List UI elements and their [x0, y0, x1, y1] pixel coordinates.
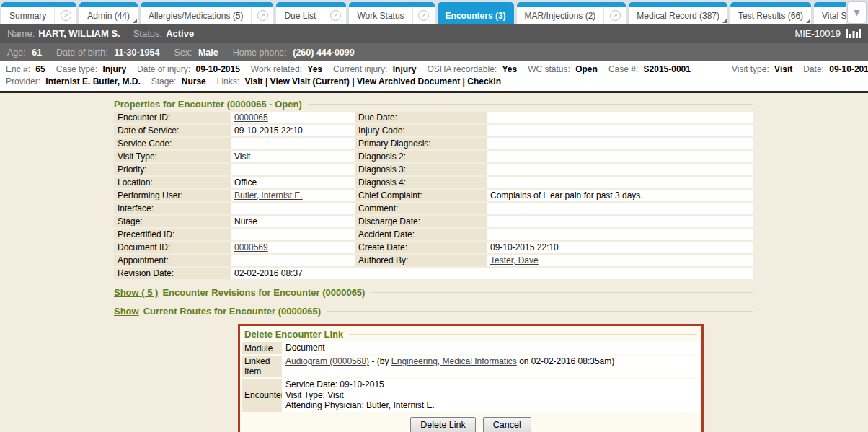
section-title: Encounter Revisions for Encounter (00000… — [162, 287, 365, 298]
field-label: Work related: — [251, 64, 304, 74]
field-label: Date: — [803, 64, 826, 74]
popout-icon-button[interactable]: ↗ — [251, 7, 273, 24]
property-label: Priority: — [114, 164, 231, 175]
chart-id: MIE-10019 — [794, 28, 841, 39]
property-value-link[interactable]: 0000065 — [234, 113, 268, 123]
property-value-link[interactable]: 0000569 — [234, 242, 268, 252]
property-label: Due Date: — [355, 112, 487, 123]
show-routes-link[interactable]: Show — [114, 306, 139, 317]
field-label: Enc #: — [6, 64, 32, 74]
tab-mar-injections[interactable]: MAR/Injections (2)↗ — [517, 2, 626, 24]
popout-icon-button[interactable]: ↗ — [324, 7, 346, 24]
field-value: Open — [575, 64, 598, 74]
module-row: Module Document — [242, 342, 700, 354]
popout-icon: ↗ — [610, 10, 621, 21]
property-value — [487, 112, 753, 123]
patient-banner: Name: HART, WILLIAM S. Status: Active MI… — [0, 24, 868, 43]
linked-item-timestamp: on 02-02-2016 08:35am) — [517, 356, 614, 366]
field-label: OSHA recordable: — [427, 64, 499, 74]
field-value: Yes — [502, 64, 517, 74]
field-case: Case #: S2015-0001 — [608, 64, 701, 74]
linked-item-author-link[interactable]: Engineering, Medical Informatics — [391, 356, 517, 366]
tab-label: Encounters (3) — [438, 7, 514, 24]
property-value-link[interactable]: Tester, Dave — [490, 255, 539, 265]
tab-label: Medical Record (387) — [629, 7, 727, 24]
property-label: Stage: — [114, 216, 231, 227]
property-value — [487, 138, 753, 149]
encounter-details: Service Date: 09-10-2015Visit Type: Visi… — [282, 379, 700, 412]
delete-encounter-link-panel: Delete Encounter Link Module Document Li… — [238, 324, 704, 432]
field-enc: Enc #: 65 — [6, 64, 56, 74]
tab-label: Summary — [1, 7, 54, 24]
field-links: Links: Visit | View Visit (Current) | Vi… — [217, 76, 512, 87]
popout-icon-button[interactable]: ↗ — [54, 7, 76, 24]
property-value — [231, 255, 355, 266]
tab-scroll-down-button[interactable]: ▼ — [847, 1, 867, 24]
field-date-of-injury: Date of injury: 09-10-2015 — [137, 64, 251, 74]
field-value: Yes — [307, 64, 322, 74]
delete-box-actions: Delete LinkCancel — [242, 413, 700, 432]
linked-item-document-link[interactable]: Audiogram (0000568) — [285, 356, 369, 366]
tab-label: Due List — [276, 7, 324, 24]
field-label: Sex: — [174, 48, 195, 58]
tab-label: Admin (44) — [79, 7, 138, 24]
linked-item-separator: - (by — [369, 356, 391, 366]
field-value: Nurse — [182, 76, 206, 87]
field-case-type: Case type: Injury — [56, 64, 137, 74]
field-value: Injury — [393, 64, 417, 74]
property-value: Butler, Internist E. — [231, 190, 355, 201]
cancel-button[interactable]: Cancel — [483, 417, 531, 432]
tab-encounters[interactable]: Encounters (3) — [438, 2, 514, 24]
property-label: Primary Diagnosis: — [355, 138, 487, 149]
patient-name: HART, WILLIAM S. — [38, 28, 120, 39]
field-date: Date: 09-10-2015 — [803, 64, 868, 74]
field-value[interactable]: Visit | View Visit (Current) | View Arch… — [244, 76, 501, 87]
bar-chart-icon[interactable] — [846, 28, 861, 39]
tab-allergies-medications[interactable]: Allergies/Medications (5)↗ — [141, 2, 273, 24]
encounter-provider-line: Provider: Internist E. Butler, M.D.Stage… — [6, 76, 862, 88]
demographics-bar: Age: 61Date of birth: 11-30-1954Sex: Mal… — [0, 43, 868, 61]
page-title: Properties for Encounter (0000065 - Open… — [114, 99, 302, 110]
popout-icon-button[interactable]: ↗ — [603, 7, 626, 24]
tab-work-status[interactable]: Work Status↗ — [349, 2, 434, 24]
encounter-label: Encounter — [242, 379, 282, 412]
tab-vital-signs[interactable]: Vital Signs↗ — [814, 2, 846, 24]
show-revisions-link[interactable]: Show ( 5 ) — [114, 287, 158, 298]
field-label: Home phone: — [233, 48, 290, 58]
property-label: Service Code: — [114, 138, 231, 149]
delete-link-button[interactable]: Delete Link — [410, 417, 476, 432]
tab-test-results[interactable]: Test Results (66) — [730, 2, 811, 24]
property-label: Encounter ID: — [114, 112, 231, 123]
property-label: Date of Service: — [114, 125, 231, 136]
property-label: Precertified ID: — [114, 229, 231, 240]
field-value: 09-10-2015 — [829, 64, 868, 74]
delete-box-title: Delete Encounter Link — [244, 329, 343, 340]
properties-table: Encounter ID:0000065Due Date:Date of Ser… — [114, 112, 753, 279]
section-encounter-revisions: Show ( 5 ) Encounter Revisions for Encou… — [114, 287, 753, 298]
property-value-link[interactable]: Butler, Internist E. — [234, 190, 303, 200]
popout-icon: ↗ — [61, 10, 71, 21]
property-value: 09-10-2015 22:10 — [231, 125, 355, 136]
tab-admin[interactable]: Admin (44) — [79, 2, 138, 24]
module-value: Document — [282, 342, 700, 354]
property-value: Office — [231, 177, 355, 188]
field-value: Visit — [774, 64, 792, 74]
linked-item-value: Audiogram (0000568) - (by Engineering, M… — [282, 356, 700, 377]
property-value: 0000065 — [231, 112, 355, 123]
name-label: Name: — [7, 28, 35, 39]
property-value: Tester, Dave — [487, 255, 753, 266]
property-label: Diagnosis 2: — [355, 151, 487, 162]
tab-label: MAR/Injections (2) — [517, 7, 604, 24]
popout-icon-button[interactable]: ↗ — [412, 7, 435, 24]
field-label: Case type: — [56, 64, 100, 74]
tab-label: Vital Signs — [814, 7, 846, 24]
tab-due-list[interactable]: Due List↗ — [276, 2, 346, 24]
property-value: 02-02-2016 08:37 — [231, 268, 753, 279]
field-label: Stage: — [151, 76, 179, 87]
property-value — [231, 229, 355, 240]
patient-status: Active — [166, 28, 194, 39]
tab-medical-record[interactable]: Medical Record (387) — [629, 2, 727, 24]
field-value: 11-30-1954 — [114, 48, 159, 58]
tab-summary[interactable]: Summary↗ — [1, 2, 76, 24]
field-wc-status: WC status: Open — [528, 64, 608, 74]
